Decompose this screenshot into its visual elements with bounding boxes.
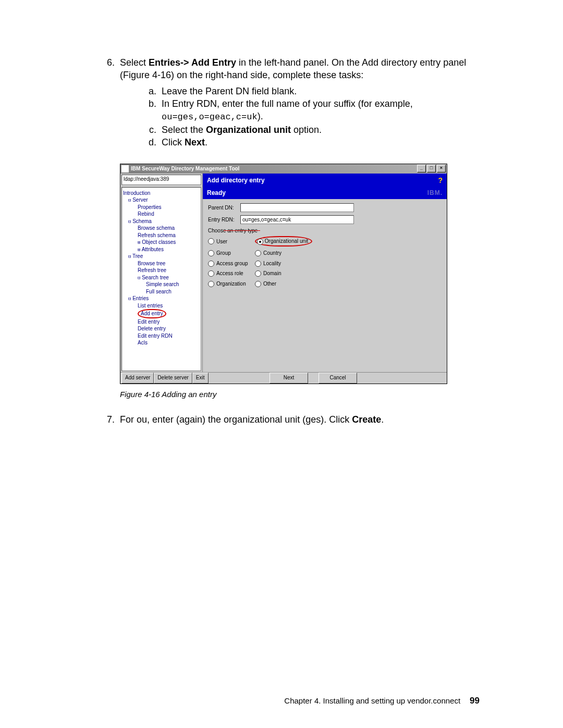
screenshot-figure-4-16: IBM SecureWay Directory Management Tool … [120,164,447,384]
label: Search tree [142,275,169,280]
text: In Entry RDN, enter the full name of you… [162,98,413,109]
label: Organizational unit [265,238,308,244]
tree-browse-schema[interactable]: Browse schema [123,225,200,232]
panel-status: Ready [207,189,226,197]
label: Access role [216,270,243,277]
tree-edit-entry[interactable]: Edit entry [123,318,200,326]
label: Tree [132,253,143,259]
cancel-button[interactable]: Cancel [319,373,357,384]
delete-server-button[interactable]: Delete server [154,373,192,384]
label: Group [216,250,231,257]
bold-create: Create [352,414,381,425]
tree-add-entry[interactable]: Add entry [123,309,200,318]
collapse-icon: ⊟ [128,219,131,224]
radio-country[interactable]: Country [255,250,323,257]
sub-letter: d. [120,136,162,149]
radio-access-role[interactable]: Access role [208,270,255,277]
radio-organizational-unit[interactable]: Organizational unit [255,236,323,246]
tree-edit-entry-rdn[interactable]: Edit entry RDN [123,332,200,340]
label: Organization [216,280,246,288]
tree-server[interactable]: ⊟ Server [123,196,200,204]
tree-attributes[interactable]: ⊞ Attributes [123,246,200,253]
radio-icon [255,281,261,287]
left-panel: ldap://needjava:389 Introduction ⊟ Serve… [120,174,203,372]
navigation-tree: Introduction ⊟ Server Properties Rebind … [121,187,201,371]
footer-chapter: Chapter 4. Installing and setting up ven… [284,696,460,706]
help-icon[interactable]: ? [438,176,443,186]
tree-tree[interactable]: ⊟ Tree [123,253,200,260]
radio-icon [255,250,261,256]
label-entry-rdn: Entry RDN: [208,216,240,224]
tree-list-entries[interactable]: List entries [123,302,200,310]
ldap-url-field[interactable]: ldap://needjava:389 [121,175,201,185]
sub-letter: c. [120,124,162,136]
close-button[interactable]: × [437,165,446,172]
text: . [205,137,207,147]
radio-icon [208,281,214,287]
text: ). [258,111,263,121]
panel-title: Add directory entry [207,176,265,184]
radio-group[interactable]: Group [208,250,255,257]
document-page: 6. Select Entries-> Add Entry in the lef… [0,0,563,426]
tree-full-search[interactable]: Full search [123,288,200,295]
code-suffix: ou=ges,o=geac,c=uk [162,112,258,122]
right-button-group: Next Cancel [270,373,357,384]
label: Country [263,250,282,257]
radio-icon [208,250,214,256]
tree-schema[interactable]: ⊟ Schema [123,218,200,225]
radio-user[interactable]: User [208,236,255,246]
text: in the left-hand panel. On the Add direc… [239,57,466,68]
entry-type-radios: User Organizational unit Group Country [208,236,442,287]
row-parent-dn: Parent DN: [208,203,442,212]
sub-c-text: Select the Organizational unit option. [162,124,480,136]
tree-delete-entry[interactable]: Delete entry [123,325,200,332]
tree-introduction[interactable]: Introduction [123,190,200,197]
tree-properties[interactable]: Properties [123,204,200,211]
label: Entries [132,295,149,301]
step-6-body: Select Entries-> Add Entry in the left-h… [120,56,480,407]
window-title: IBM SecureWay Directory Management Tool [131,165,239,172]
figure-caption: Figure 4-16 Adding an entry [120,389,480,400]
radio-dot-icon [259,241,261,243]
panel-status-bar: Ready IBM. [203,188,447,199]
radio-domain[interactable]: Domain [255,270,323,277]
form-area: Parent DN: Entry RDN: ou=ges,o=geac,c=uk… [203,199,447,372]
sub-d-text: Click Next. [162,136,480,149]
radio-locality[interactable]: Locality [255,260,323,267]
tree-object-classes[interactable]: ⊞ Object classes [123,239,200,246]
step-6: 6. Select Entries-> Add Entry in the lef… [83,56,480,407]
label: Domain [263,270,281,277]
radio-organization[interactable]: Organization [208,280,255,288]
step-6-sublist: a. Leave the Parent DN field blank. b. I… [120,85,480,149]
ibm-logo: IBM. [427,189,443,197]
tree-search-tree[interactable]: ⊟ Search tree [123,274,200,281]
tree-rebind[interactable]: Rebind [123,211,200,218]
tree-refresh-tree[interactable]: Refresh tree [123,267,200,274]
sub-c: c. Select the Organizational unit option… [120,124,480,136]
radio-icon [257,239,263,245]
annotation-strike [224,230,260,231]
step-7: 7. For ou, enter (again) the organizatio… [83,413,480,426]
label: Access group [216,260,248,267]
next-button[interactable]: Next [270,373,308,384]
radio-other[interactable]: Other [255,280,323,288]
tree-browse-tree[interactable]: Browse tree [123,260,200,267]
tree-simple-search[interactable]: Simple search [123,281,200,288]
radio-icon [208,261,214,267]
label: Add entry [141,311,163,316]
text: option. [293,125,322,135]
row-entry-rdn: Entry RDN: ou=ges,o=geac,c=uk [208,215,442,224]
exit-button[interactable]: Exit [192,373,209,384]
maximize-button[interactable]: □ [427,165,436,172]
tree-acls[interactable]: Acls [123,339,200,347]
tree-refresh-schema[interactable]: Refresh schema [123,232,200,239]
input-entry-rdn[interactable]: ou=ges,o=geac,c=uk [240,215,354,224]
label: Locality [263,260,281,267]
step-number: 7. [83,413,120,426]
add-server-button[interactable]: Add server [121,373,154,384]
radio-access-group[interactable]: Access group [208,260,255,267]
input-parent-dn[interactable] [240,203,354,212]
sub-b: b. In Entry RDN, enter the full name of … [120,97,480,124]
tree-entries[interactable]: ⊟ Entries [123,295,200,302]
minimize-button[interactable]: _ [417,165,426,172]
